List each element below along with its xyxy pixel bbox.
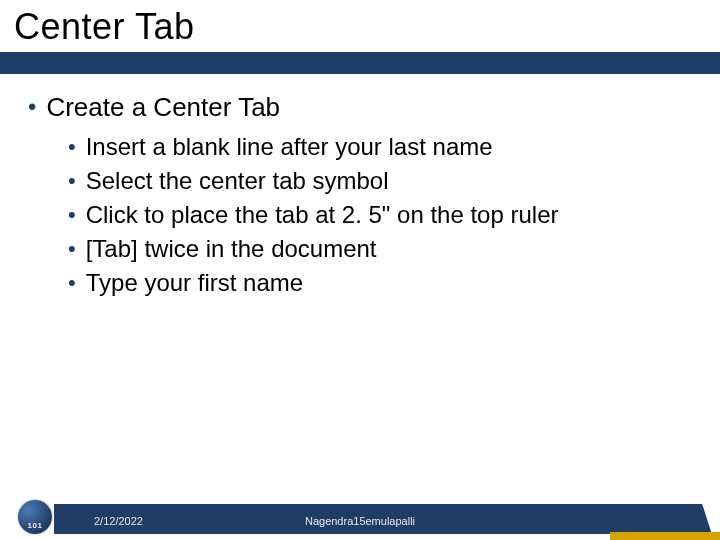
slide: Center Tab • Create a Center Tab • Inser… xyxy=(0,0,720,540)
bullet-icon: • xyxy=(68,268,76,298)
list-item-text: Create a Center Tab xyxy=(46,92,280,122)
list-item-text: [Tab] twice in the document xyxy=(86,234,377,264)
bullet-icon: • xyxy=(28,92,36,122)
list-item: • Create a Center Tab xyxy=(28,92,702,122)
title-area: Center Tab xyxy=(0,0,720,48)
slide-title: Center Tab xyxy=(14,6,706,48)
footer: 2/12/2022 Nagendra15emulapalli xyxy=(0,494,720,540)
title-underline xyxy=(0,52,720,74)
bullet-icon: • xyxy=(68,132,76,162)
list-item: • Select the center tab symbol xyxy=(68,166,702,196)
bullet-list-level2: • Insert a blank line after your last na… xyxy=(68,132,702,298)
list-item: • Click to place the tab at 2. 5" on the… xyxy=(68,200,702,230)
bullet-icon: • xyxy=(68,200,76,230)
list-item-text: Type your first name xyxy=(86,268,303,298)
bullet-icon: • xyxy=(68,166,76,196)
content-area: • Create a Center Tab • Insert a blank l… xyxy=(0,74,720,298)
bullet-list-level1: • Create a Center Tab xyxy=(28,92,702,122)
list-item: • Insert a blank line after your last na… xyxy=(68,132,702,162)
list-item-text: Select the center tab symbol xyxy=(86,166,389,196)
list-item-text: Click to place the tab at 2. 5" on the t… xyxy=(86,200,559,230)
list-item: • Type your first name xyxy=(68,268,702,298)
list-item: • [Tab] twice in the document xyxy=(68,234,702,264)
bullet-icon: • xyxy=(68,234,76,264)
footer-accent xyxy=(610,532,720,540)
footer-author: Nagendra15emulapalli xyxy=(0,515,720,527)
list-item-text: Insert a blank line after your last name xyxy=(86,132,493,162)
